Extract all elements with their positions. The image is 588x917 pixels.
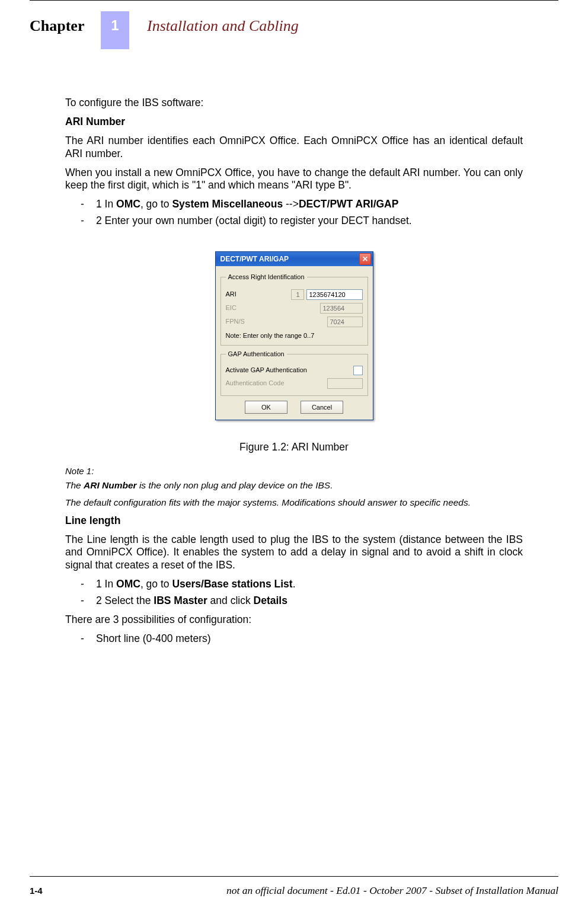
row-activate-gap: Activate GAP Authentication xyxy=(226,366,363,375)
dialog-dect-pwt-ari-gap: DECT/PWT ARI/GAP ✕ Access Right Identifi… xyxy=(215,251,373,420)
text: , go to xyxy=(140,578,172,590)
text: and click xyxy=(207,595,254,606)
dialog-body: Access Right Identification ARI EIC FPN/ xyxy=(216,266,373,420)
intro-text: To configure the IBS software: xyxy=(65,97,523,110)
checkbox-activate-gap[interactable] xyxy=(353,366,363,375)
text-bold: Details xyxy=(254,595,287,606)
chapter-label: Chapter xyxy=(30,11,101,35)
line-options-list: Short line (0-400 meters) xyxy=(65,632,523,646)
ari-paragraph-2: When you install a new OmniPCX Office, y… xyxy=(65,167,523,193)
range-note: Note: Enter only the range 0..7 xyxy=(226,332,363,340)
chapter-number-box: 1 xyxy=(101,11,129,49)
chapter-header: Chapter 1 Installation and Cabling xyxy=(0,11,588,49)
text-bold: DECT/PWT ARI/GAP xyxy=(299,198,399,210)
text: The xyxy=(65,480,84,490)
list-item: 2 Enter your own number (octal digit) to… xyxy=(81,215,523,228)
row-auth-code: Authentication Code xyxy=(226,378,363,389)
footer-text: not an official document - Ed.01 - Octob… xyxy=(226,884,558,897)
top-rule xyxy=(30,0,558,7)
group-gap-authentication: GAP Authentication Activate GAP Authenti… xyxy=(220,350,368,397)
page-content: To configure the IBS software: ARI Numbe… xyxy=(65,97,523,646)
text-bold: OMC xyxy=(116,198,140,210)
ari-prefix-field xyxy=(291,289,304,300)
ok-button[interactable]: OK xyxy=(245,401,287,414)
list-item: 2 Select the IBS Master and click Detail… xyxy=(81,595,523,608)
label-ari: ARI xyxy=(226,290,237,299)
list-item: Short line (0-400 meters) xyxy=(81,632,523,646)
dialog-title: DECT/PWT ARI/GAP xyxy=(220,255,289,264)
text: 2 Select the xyxy=(96,595,154,606)
auth-code-field xyxy=(327,378,363,389)
line-paragraph-2: There are 3 possibilities of configurati… xyxy=(65,614,523,627)
text: --> xyxy=(283,198,299,210)
note-1: Note 1: The ARI Number is the only non p… xyxy=(65,466,523,509)
ari-steps-list: 1 In OMC, go to System Miscellaneous -->… xyxy=(65,198,523,228)
text-bold: ARI Number xyxy=(84,480,137,490)
figure-caption: Figure 1.2: ARI Number xyxy=(65,441,523,454)
list-item: 1 In OMC, go to System Miscellaneous -->… xyxy=(81,198,523,211)
fpns-field xyxy=(327,317,363,327)
text: . xyxy=(293,578,296,590)
text: , go to xyxy=(140,198,172,210)
figure-1-2: DECT/PWT ARI/GAP ✕ Access Right Identifi… xyxy=(65,251,523,420)
eic-field xyxy=(320,303,363,314)
row-fpns: FPN/S xyxy=(226,317,363,327)
heading-ari-number: ARI Number xyxy=(65,116,523,129)
group-legend: GAP Authentication xyxy=(226,350,287,359)
page-footer: 1-4 not an official document - Ed.01 - O… xyxy=(0,884,588,897)
ari-paragraph-1: The ARI number identifies each OmniPCX O… xyxy=(65,135,523,161)
label-fpns: FPN/S xyxy=(226,318,245,326)
ari-field[interactable] xyxy=(306,289,363,300)
text: 1 In xyxy=(96,198,116,210)
label-auth-code: Authentication Code xyxy=(226,379,285,388)
note-line-1: The ARI Number is the only non plug and … xyxy=(65,480,523,491)
footer-rule xyxy=(30,876,558,877)
note-header: Note 1: xyxy=(65,466,523,477)
group-legend: Access Right Identification xyxy=(226,273,307,282)
text-bold: IBS Master xyxy=(154,595,207,606)
text-bold: OMC xyxy=(116,578,140,590)
page-number: 1-4 xyxy=(30,886,43,896)
list-item: 1 In OMC, go to Users/Base stations List… xyxy=(81,578,523,591)
dialog-titlebar[interactable]: DECT/PWT ARI/GAP ✕ xyxy=(216,252,373,266)
text-bold: System Miscellaneous xyxy=(172,198,283,210)
cancel-button[interactable]: Cancel xyxy=(301,401,343,414)
text: 1 In xyxy=(96,578,116,590)
label-activate-gap: Activate GAP Authentication xyxy=(226,366,307,375)
dialog-button-row: OK Cancel xyxy=(220,401,368,414)
line-paragraph-1: The Line length is the cable length used… xyxy=(65,533,523,573)
text: is the only non plug and play device on … xyxy=(137,480,333,490)
heading-line-length: Line length xyxy=(65,515,523,528)
text-bold: Users/Base stations List xyxy=(172,578,292,590)
row-ari: ARI xyxy=(226,289,363,300)
note-line-2: The default configuration fits with the … xyxy=(65,497,523,508)
label-eic: EIC xyxy=(226,304,237,312)
row-eic: EIC xyxy=(226,303,363,314)
chapter-title: Installation and Cabling xyxy=(147,11,299,35)
close-icon[interactable]: ✕ xyxy=(359,253,371,265)
line-steps-list: 1 In OMC, go to Users/Base stations List… xyxy=(65,578,523,608)
group-access-right-identification: Access Right Identification ARI EIC FPN/ xyxy=(220,273,368,346)
